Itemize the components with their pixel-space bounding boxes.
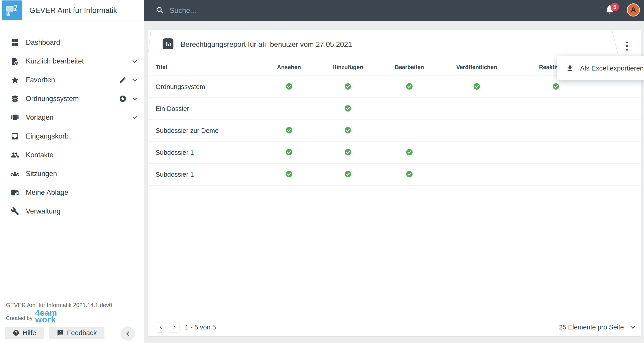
created-by-row: Created by 4eam work — [6, 310, 57, 323]
permission-cell — [442, 83, 512, 91]
column-header-titel: Titel — [156, 64, 260, 70]
feedback-button[interactable]: Feedback — [49, 327, 104, 339]
version-text: GEVER Amt für Informatik 2021.14.1.dev0 — [6, 302, 112, 309]
sidebar-item-extras — [119, 76, 136, 84]
previous-page-button[interactable] — [156, 322, 166, 333]
sidebar-item-extras — [119, 95, 136, 103]
database-icon — [10, 94, 20, 103]
topbar: 5 A — [144, 0, 644, 21]
table-body: OrdnungssystemEin DossierSubdossier zur … — [148, 76, 641, 186]
per-page-select[interactable]: 25 Elemente pro Seite — [559, 324, 634, 331]
permission-cell — [318, 127, 377, 135]
sidebar-item-label: Ordnungssystem — [26, 95, 79, 103]
gever-logo-icon — [5, 3, 19, 17]
chevron-left-icon — [126, 332, 130, 336]
folder-lock-icon — [10, 188, 20, 197]
inbox-icon — [10, 132, 20, 141]
table-row[interactable]: Ein Dossier — [148, 98, 641, 120]
permission-check-icon — [344, 171, 352, 178]
created-by-label: Created by — [6, 311, 32, 321]
pagination-range-text: 1 - 5 von 5 — [185, 324, 216, 331]
sidebar-item-ordnungssystem[interactable]: Ordnungssystem — [0, 89, 144, 108]
row-title: Subdossier 1 — [156, 149, 260, 156]
help-icon — [13, 330, 20, 336]
permission-check-icon — [344, 149, 352, 156]
templates-icon — [10, 113, 20, 122]
4teamwork-logo-line2: work — [35, 315, 56, 324]
help-button-label: Hilfe — [22, 329, 36, 337]
app-title: GEVER Amt für Informatik — [30, 0, 117, 21]
row-title: Ein Dossier — [156, 105, 260, 112]
chevron-down-icon[interactable] — [132, 115, 137, 119]
feedback-button-label: Feedback — [67, 329, 97, 337]
sidebar-item-dashboard[interactable]: Dashboard — [0, 33, 144, 52]
edit-icon[interactable] — [119, 76, 127, 84]
sidebar-item-label: Meine Ablage — [26, 188, 68, 197]
next-page-button[interactable] — [169, 322, 180, 333]
chevron-left-icon — [160, 325, 163, 329]
more-actions-button[interactable] — [622, 39, 632, 53]
permission-check-icon — [406, 171, 413, 178]
permission-check-icon — [473, 83, 480, 90]
permission-cell — [377, 83, 442, 91]
table-row[interactable]: Subdossier 1 — [148, 164, 641, 186]
export-menu-item[interactable]: Als Excel exportieren — [558, 56, 644, 80]
sidebar-item-meine-ablage[interactable]: Meine Ablage — [0, 183, 144, 202]
app-logo[interactable] — [2, 0, 22, 20]
dashboard-icon — [10, 38, 20, 47]
per-page-label: 25 Elemente pro Seite — [559, 324, 624, 331]
row-title: Subdossier zur Demo — [156, 127, 260, 134]
meetings-icon — [10, 169, 20, 178]
download-icon — [566, 64, 574, 72]
row-title: Ordnungssystem — [156, 83, 260, 91]
permission-cell — [260, 171, 318, 179]
column-header-1: Ansehen — [260, 64, 318, 70]
permission-cell — [260, 127, 318, 135]
permission-check-icon — [286, 83, 292, 90]
search-bar — [156, 0, 342, 21]
help-button[interactable]: Hilfe — [5, 327, 44, 339]
sidebar-item-extras — [132, 60, 136, 63]
sidebar-item-label: Kontakte — [26, 151, 53, 159]
favorite-badge-icon — [119, 95, 127, 103]
notifications-button[interactable]: 5 — [605, 4, 616, 17]
chevron-down-icon[interactable] — [132, 58, 137, 63]
sidebar-item-label: Verwaltung — [26, 207, 60, 215]
report-card: Berechtigungsreport für afi_benutzer vom… — [148, 30, 641, 336]
permission-check-icon — [344, 105, 352, 112]
sidebar-collapse-button[interactable] — [120, 326, 135, 341]
notification-badge: 5 — [610, 3, 619, 11]
table-row[interactable]: Subdossier 1 — [148, 142, 641, 164]
sidebar-item-vorlagen[interactable]: Vorlagen — [0, 108, 144, 127]
permission-cell — [377, 149, 442, 157]
sidebar-item-verwaltung[interactable]: Verwaltung — [0, 202, 144, 221]
chevron-right-icon — [172, 325, 176, 329]
footer-buttons: Hilfe Feedback — [5, 327, 104, 339]
sidebar-item-label: Favoriten — [26, 76, 55, 84]
sidebar-item-eingangskorb[interactable]: Eingangskorb — [0, 127, 144, 145]
recent-icon — [10, 57, 20, 66]
sidebar-header: GEVER Amt für Informatik — [0, 0, 144, 21]
search-input[interactable] — [170, 6, 342, 15]
permission-cell — [318, 149, 377, 157]
sidebar-item-extras — [132, 116, 136, 119]
report-title: Berechtigungsreport für afi_benutzer vom… — [181, 30, 352, 59]
sidebar-item-label: Vorlagen — [26, 113, 53, 122]
sidebar-item-sitzungen[interactable]: Sitzungen — [0, 164, 144, 183]
sidebar-item-kontakte[interactable]: Kontakte — [0, 145, 144, 164]
sidebar-item-recent[interactable]: Kürzlich bearbeitet — [0, 52, 144, 70]
sidebar-item-label: Eingangskorb — [26, 132, 69, 140]
column-header-3: Bearbeiten — [377, 64, 442, 70]
permission-check-icon — [406, 83, 413, 90]
chevron-down-icon[interactable] — [132, 77, 137, 82]
permission-check-icon — [286, 127, 292, 134]
avatar[interactable]: A — [627, 3, 640, 16]
sidebar-item-favorites[interactable]: Favoriten — [0, 70, 144, 89]
permission-check-icon — [286, 171, 292, 178]
permission-check-icon — [286, 149, 292, 156]
chevron-down-icon[interactable] — [132, 96, 137, 100]
4teamwork-logo[interactable]: 4eam work — [35, 310, 57, 323]
table-row[interactable]: Subdossier zur Demo — [148, 120, 641, 142]
export-menu-label: Als Excel exportieren — [580, 64, 644, 72]
sidebar-item-label: Dashboard — [26, 38, 60, 46]
